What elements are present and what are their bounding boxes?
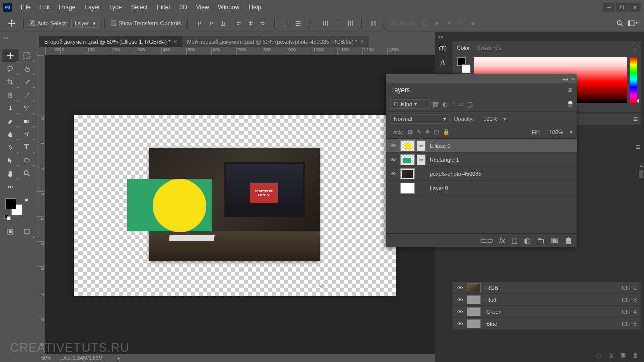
new-layer-icon[interactable]: ▣ [551,236,558,245]
hand-tool[interactable] [2,167,19,180]
layer-name[interactable]: Layer 0 [430,185,448,191]
menu-view[interactable]: View [192,4,214,11]
layer-filter-type-dropdown[interactable]: Kind▾ [390,99,430,109]
pen-tool[interactable] [2,141,19,154]
menu-type[interactable]: Type [104,4,126,11]
align-hcenter-button[interactable] [245,18,256,29]
filter-adjustment-icon[interactable]: ◐ [442,101,447,108]
panel-collapse-icon[interactable]: ◂◂ [562,76,568,82]
type-tool[interactable]: T [19,141,35,154]
panel-menu-icon[interactable]: ≡ [568,86,572,94]
document-tab-active[interactable]: Второй документ.psd @ 50% (Ellipse 1, RG… [39,36,182,47]
delete-channel-icon[interactable]: 🗑 [633,352,639,359]
doc-size-info[interactable]: Doc: 2.64M/1.65M [61,355,103,361]
visibility-icon[interactable]: 👁 [453,309,467,315]
layer-thumbnail[interactable] [400,183,415,194]
lock-all-icon[interactable]: 🔒 [443,129,450,135]
menu-3d[interactable]: 3D [175,4,191,11]
new-group-icon[interactable]: 🗀 [537,236,545,245]
dist-top-button[interactable] [281,18,292,29]
search-icon[interactable] [616,19,624,27]
brush-tool[interactable] [19,88,35,102]
color-fg-bg-selector[interactable] [457,57,471,73]
swap-colors-icon[interactable]: ⇄ [25,197,29,202]
menu-edit[interactable]: Edit [35,4,54,11]
foreground-color[interactable] [5,198,16,209]
layer-name[interactable]: pexels-photo-450035 [430,171,481,177]
visibility-icon[interactable]: 👁 [453,297,467,303]
visibility-icon[interactable]: 👁 [386,143,400,149]
align-left-button[interactable] [233,18,244,29]
lasso-tool[interactable] [2,62,19,75]
screen-mode-button[interactable] [19,225,35,238]
foreground-background-colors[interactable]: ⇄ [2,198,35,218]
menu-select[interactable]: Select [126,4,152,11]
channel-red[interactable]: 👁RedCtrl+3 [453,294,641,306]
swatches-tab[interactable]: Swatches [477,45,501,51]
marquee-tool[interactable] [19,49,35,62]
blend-mode-dropdown[interactable]: Normal▾ [390,114,450,124]
auto-align-button[interactable] [368,18,379,29]
collapse-right-icon[interactable]: ◂◂ [438,34,443,39]
window-close-button[interactable]: ✕ [629,3,641,12]
fill-flyout-icon[interactable]: ▾ [570,129,573,135]
visibility-icon[interactable]: 👁 [386,157,400,163]
visibility-icon[interactable]: 👁 [453,321,467,327]
show-transform-checkbox[interactable]: Show Transform Controls [111,20,181,26]
filter-shape-icon[interactable]: ▱ [459,101,463,108]
healing-tool[interactable] [2,88,19,102]
visibility-icon[interactable]: 👁 [386,171,400,177]
layer-name[interactable]: Rectangle 1 [430,157,459,163]
dist-left-button[interactable] [320,18,331,29]
fill-input[interactable]: 100% [544,129,566,136]
panel-scrollbar[interactable]: ▴ [639,163,644,193]
blur-tool[interactable] [2,128,19,141]
default-colors-icon[interactable] [4,215,11,220]
opacity-flyout-icon[interactable]: ▾ [503,116,506,122]
link-layers-icon[interactable]: ⊂⊃ [480,236,493,245]
dodge-tool[interactable] [19,128,35,141]
color-tab[interactable]: Color [457,45,470,51]
menu-window[interactable]: Window [214,4,245,11]
visibility-icon[interactable]: 👁 [453,285,467,291]
tab-close-icon[interactable]: × [360,38,364,45]
character-icon[interactable]: A [440,58,446,67]
shape-tool[interactable] [19,154,35,167]
filter-toggle[interactable] [568,101,573,108]
align-vcenter-button[interactable] [206,18,217,29]
layer-row[interactable]: Layer 0 [386,181,577,195]
vertical-ruler[interactable]: 01 23 45 67 89 [37,55,45,354]
new-channel-icon[interactable]: ▣ [620,352,626,359]
hue-slider[interactable] [630,57,637,103]
panel-menu-icon[interactable]: ≡ [634,45,637,51]
menu-file[interactable]: File [16,4,35,11]
history-brush-tool[interactable] [19,102,35,115]
move-tool[interactable] [2,49,19,62]
auto-select-checkbox[interactable]: Auto-Select: [30,20,67,26]
workspace-switcher[interactable]: ▾ [628,20,638,27]
quick-select-tool[interactable] [19,62,35,75]
menu-help[interactable]: Help [244,4,266,11]
layers-tab[interactable]: Layers [391,86,410,94]
document-tab-inactive[interactable]: Мой первый документ.psd @ 50% (pexels-ph… [182,36,369,47]
layer-row[interactable]: 👁 ▭ Rectangle 1 [386,153,577,167]
layer-thumbnail[interactable] [400,168,415,179]
tab-close-icon[interactable]: × [174,38,177,45]
menu-layer[interactable]: Layer [80,4,104,11]
status-flyout-icon[interactable]: ▸ [118,355,120,361]
adjustments-icon[interactable] [439,44,447,52]
panel-close-icon[interactable]: ✕ [571,76,575,82]
zoom-tool[interactable] [19,167,35,180]
load-selection-icon[interactable]: ◌ [596,352,601,359]
dist-right-button[interactable] [344,18,355,29]
layer-thumbnail[interactable] [400,154,415,165]
layer-row[interactable]: 👁 ▭ Ellipse 1 [386,139,577,153]
filter-type-icon[interactable]: T [451,101,455,108]
lock-artboard-icon[interactable]: ▢ [434,129,439,135]
eraser-tool[interactable] [2,115,19,128]
channel-rgb[interactable]: 👁RGBCtrl+2 [453,282,641,294]
menu-filter[interactable]: Filter [152,4,175,11]
artboard[interactable]: SORRY WE'REOPEN [74,115,396,296]
filter-pixel-icon[interactable]: ▦ [433,101,438,108]
panel-menu-icon[interactable]: ≡ [635,143,640,152]
